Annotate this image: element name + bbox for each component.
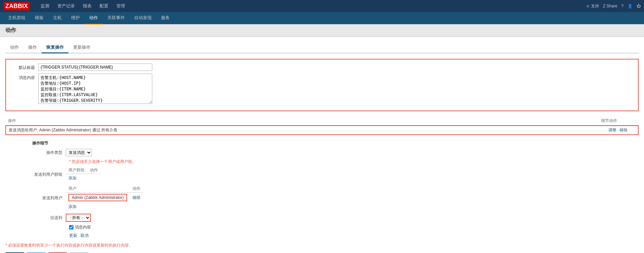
ops-table-row: 发送消息给用户: Admin (Zabbix Administrator) 通过…: [5, 125, 639, 135]
user-action-col-header: 动作: [130, 185, 143, 193]
nav-autodiscovery[interactable]: 自动发现: [129, 12, 156, 25]
tab-recovery-operations[interactable]: 恢复操作: [42, 42, 68, 53]
warning-text: 必须设置恢复时的至少一个执行内容或执行内容或更新时的执行内容。: [5, 243, 639, 248]
op-detail-title: 操作细节: [32, 140, 639, 146]
message-content-checkbox[interactable]: [69, 225, 73, 229]
nav-maintenance[interactable]: 维护: [66, 12, 85, 25]
only-to-row: 仅送到 - 所有 - 已恢复 问题 更新: [32, 214, 639, 222]
user-icon[interactable]: 👤: [628, 4, 633, 8]
ops-row-detail: 发送消息给用户: Admin (Zabbix Administrator) 通过…: [9, 127, 608, 133]
help-icon[interactable]: ?: [621, 4, 624, 8]
tabs-container: 动作 操作 恢复操作 更新操作: [5, 42, 639, 53]
page-title: 动作: [5, 27, 16, 33]
nav-hostgroup[interactable]: 主机群组: [3, 12, 30, 25]
share-link[interactable]: Z Share: [603, 4, 618, 8]
message-content-label: 消息内容: [11, 74, 38, 81]
nav-services[interactable]: 服务: [156, 12, 174, 25]
op-type-label: 操作类型: [32, 150, 66, 156]
user-row: Admin (Zabbix Administrator) 移除: [66, 193, 143, 203]
ops-col-detail-header: 操作: [8, 118, 600, 124]
ops-edit-link[interactable]: 调整: [608, 128, 616, 132]
ops-row-actions: 调整 移除: [608, 127, 635, 133]
tab-action[interactable]: 动作: [5, 42, 23, 53]
message-content-checkbox-label: 消息内容: [75, 224, 91, 230]
user-col-header: 用户: [66, 185, 130, 193]
op-cancel-link[interactable]: 取消: [80, 233, 89, 239]
ops-col-detail-sub: 细节: [601, 118, 609, 124]
remove-user-link[interactable]: 移除: [132, 195, 141, 200]
user-name-cell: Admin (Zabbix Administrator): [68, 194, 127, 201]
nav-event-correlation[interactable]: 关联事件: [103, 12, 129, 25]
ops-col-action-header: 动作: [609, 118, 636, 124]
top-navigation: ZABBIX 监测 资产记录 报表 配置 管理 ⊙ 支持 Z Share ? 👤…: [0, 0, 644, 12]
form-section: 默认标题 消息内容 告警主机:{HOST.NAME} 告警地址:{HOST.IP…: [5, 59, 639, 111]
tab-operations[interactable]: 操作: [23, 42, 42, 53]
message-content-textarea[interactable]: 告警主机:{HOST.NAME} 告警地址:{HOST.IP} 监控项目:{IT…: [38, 74, 152, 104]
nav-admin[interactable]: 管理: [112, 0, 129, 12]
secondary-nav-menu: 主机群组 模板 主机 维护 动作 关联事件 自动发现 服务: [3, 12, 174, 25]
top-nav-right: ⊙ 支持 Z Share ? 👤 ⏻: [586, 3, 641, 9]
message-content-row: 消息内容 告警主机:{HOST.NAME} 告警地址:{HOST.IP} 监控项…: [11, 74, 633, 104]
op-detail-container: 操作细节 操作类型 发送消息 * 您必须至少选择一个用户或用户组。 发送到用户群…: [32, 140, 639, 239]
nav-templates[interactable]: 模板: [30, 12, 48, 25]
ops-remove-link[interactable]: 移除: [620, 128, 628, 132]
op-type-select[interactable]: 发送消息: [66, 149, 92, 156]
operations-section: 操作 细节 动作 发送消息给用户: Admin (Zabbix Administ…: [5, 117, 639, 135]
required-note: * 您必须至少选择一个用户或用户组。: [69, 159, 639, 165]
send-to-group-row: 发送到用户群组 用户群组 动作 添加: [32, 167, 639, 182]
default-subject-label: 默认标题: [11, 64, 38, 71]
nav-assets[interactable]: 资产记录: [53, 0, 79, 12]
logo: ZABBIX: [3, 2, 30, 10]
default-subject-input[interactable]: [38, 64, 152, 71]
only-to-select[interactable]: - 所有 - 已恢复 问题 更新: [66, 214, 91, 222]
group-col-header: 用户群组: [66, 167, 87, 174]
send-to-group-table: 用户群组 动作 添加: [66, 167, 101, 182]
send-to-user-label: 发送到用户: [32, 195, 66, 201]
op-update-link[interactable]: 更新: [69, 233, 77, 239]
page-header: 动作: [0, 24, 644, 37]
ops-table-header: 操作 细节 动作: [5, 117, 639, 125]
nav-config[interactable]: 配置: [96, 0, 112, 12]
power-icon[interactable]: ⏻: [637, 4, 641, 8]
op-detail-links: 更新 取消: [69, 233, 639, 239]
nav-actions[interactable]: 动作: [85, 12, 103, 25]
message-content-checkbox-row: 消息内容: [69, 224, 639, 230]
op-type-row: 操作类型 发送消息: [32, 149, 639, 156]
main-content: 动作 操作 恢复操作 更新操作 默认标题 消息内容 告警主机:{HOST.NAM…: [0, 37, 644, 253]
support-link[interactable]: ⊙ 支持: [586, 3, 599, 9]
tab-update-operations[interactable]: 更新操作: [68, 42, 95, 53]
send-to-user-row: 发送到用户 用户 动作 Admin (Zabbix Administrator)…: [32, 185, 639, 211]
secondary-navigation: 主机群组 模板 主机 维护 动作 关联事件 自动发现 服务: [0, 12, 644, 24]
add-group-row: 添加: [66, 174, 101, 183]
add-group-link[interactable]: 添加: [68, 176, 76, 180]
add-user-link[interactable]: 添加: [68, 204, 76, 209]
nav-monitor[interactable]: 监测: [37, 0, 53, 12]
group-action-col-header: 动作: [87, 167, 101, 174]
nav-reports[interactable]: 报表: [79, 0, 96, 12]
send-to-user-table: 用户 动作 Admin (Zabbix Administrator) 移除: [66, 185, 143, 211]
send-to-group-label: 发送到用户群组: [32, 172, 66, 177]
only-to-label: 仅送到: [32, 215, 66, 221]
add-user-row: 添加: [66, 203, 143, 211]
default-subject-row: 默认标题: [11, 64, 633, 71]
nav-hosts[interactable]: 主机: [48, 12, 66, 25]
top-nav-menu: 监测 资产记录 报表 配置 管理: [37, 0, 129, 12]
